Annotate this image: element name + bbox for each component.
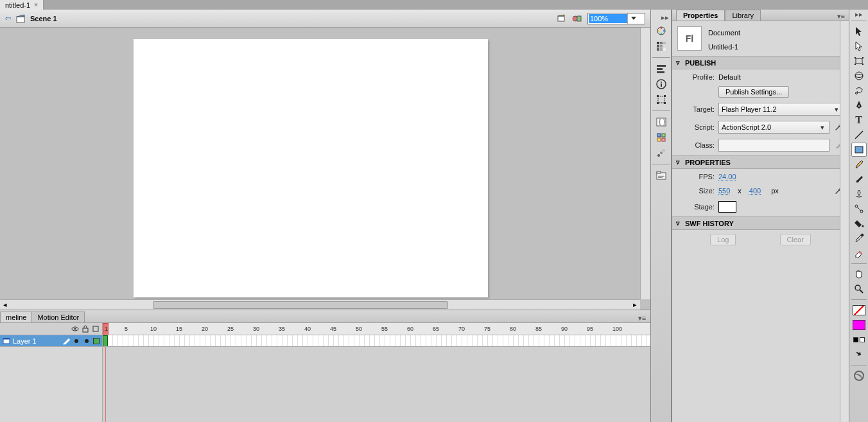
eyedropper-tool-icon[interactable]	[851, 231, 867, 245]
panel-menu-icon[interactable]: ▾≡	[638, 314, 650, 322]
layer-lock-dot[interactable]	[85, 339, 89, 343]
svg-rect-22	[660, 48, 663, 51]
rectangle-tool-icon[interactable]	[851, 143, 867, 157]
color-panel-icon[interactable]	[654, 24, 669, 38]
zoom-input-group[interactable]	[587, 13, 645, 24]
svg-rect-34	[664, 102, 666, 104]
snap-to-object-icon[interactable]	[851, 369, 867, 383]
ruler-tick: 35	[279, 326, 285, 332]
back-arrow-icon[interactable]: ⇦	[5, 14, 11, 22]
scroll-right-arrow-icon[interactable]: ▸	[630, 301, 640, 310]
horizontal-scroll-thumb[interactable]	[153, 301, 448, 309]
vertical-scrollbar[interactable]	[640, 28, 650, 299]
svg-rect-48	[658, 177, 663, 178]
document-type-icon: Fl	[677, 26, 702, 51]
edit-symbols-icon[interactable]	[572, 14, 582, 23]
selection-tool-icon[interactable]	[851, 24, 867, 39]
script-dropdown[interactable]: ActionScript 2.0 ▾	[718, 121, 829, 134]
paint-bucket-tool-icon[interactable]	[851, 216, 867, 231]
line-tool-icon[interactable]	[851, 128, 867, 142]
stroke-color-swatch[interactable]	[851, 303, 867, 317]
section-publish-header[interactable]: ▿ PUBLISH	[672, 56, 849, 69]
3d-rotation-tool-icon[interactable]	[851, 69, 867, 83]
layer-visibility-dot[interactable]	[74, 339, 78, 343]
frames-track[interactable]	[103, 335, 650, 347]
outline-header-icon[interactable]	[92, 325, 100, 333]
fps-value[interactable]: 24.00	[718, 173, 736, 180]
layer-row[interactable]: Layer 1	[0, 335, 102, 347]
pen-tool-icon[interactable]	[851, 98, 867, 112]
svg-rect-29	[661, 84, 662, 87]
swatches-panel-icon[interactable]	[654, 39, 669, 53]
info-panel-icon[interactable]	[654, 77, 669, 91]
svg-point-54	[855, 72, 863, 80]
ruler-tick: 60	[407, 326, 413, 332]
scene-clapper-icon	[16, 14, 25, 23]
class-input[interactable]	[718, 139, 829, 152]
svg-rect-3	[577, 16, 581, 21]
lock-header-icon[interactable]	[82, 325, 89, 333]
layer-outline-swatch[interactable]	[93, 338, 100, 344]
svg-point-11	[660, 28, 662, 30]
zoom-input[interactable]	[589, 14, 627, 23]
visibility-header-icon[interactable]	[71, 325, 79, 333]
document-kind-label: Document	[708, 29, 740, 37]
ruler-tick: 15	[176, 326, 182, 332]
tab-motion-editor[interactable]: Motion Editor	[31, 312, 85, 322]
tab-library[interactable]: Library	[725, 10, 761, 21]
tools-expand-icon[interactable]: ▸▸	[850, 11, 868, 17]
zoom-dropdown-arrow[interactable]	[627, 13, 639, 24]
tab-timeline[interactable]: meline	[0, 312, 32, 322]
swap-colors-icon[interactable]	[851, 347, 867, 362]
clear-button: Clear	[780, 234, 811, 245]
stage-height-value[interactable]: 400	[749, 187, 761, 195]
edit-scene-icon[interactable]	[557, 14, 567, 23]
align-panel-icon[interactable]	[654, 62, 669, 76]
brush-tool-icon[interactable]	[851, 172, 867, 186]
code-snippets-icon[interactable]: { }	[654, 115, 669, 129]
svg-point-56	[855, 92, 857, 94]
hand-tool-icon[interactable]	[851, 267, 867, 281]
deco-tool-icon[interactable]	[851, 187, 867, 201]
bone-tool-icon[interactable]	[851, 202, 867, 216]
zoom-tool-icon[interactable]	[851, 282, 867, 296]
script-label: Script:	[677, 123, 715, 131]
svg-point-61	[860, 196, 862, 197]
motion-presets-icon[interactable]	[654, 146, 669, 160]
text-tool-icon[interactable]: T	[851, 113, 867, 127]
frame-ruler[interactable]: 1 5 10 15 20 25 30 35 40 45 50 55 60 65	[103, 323, 650, 335]
svg-rect-52	[855, 64, 856, 65]
panel-menu-icon[interactable]: ▾≡	[837, 12, 849, 21]
svg-line-68	[860, 290, 863, 293]
file-tab[interactable]: ntitled-1 ×	[0, 0, 44, 10]
pencil-tool-icon[interactable]	[851, 157, 867, 171]
horizontal-scrollbar[interactable]: ◂ ▸	[0, 299, 640, 310]
section-properties-header[interactable]: ▿ PROPERTIES	[672, 155, 849, 169]
target-dropdown[interactable]: Flash Player 11.2 ▾	[718, 103, 844, 116]
twisty-down-icon: ▿	[676, 219, 682, 227]
ruler-tick: 25	[227, 326, 234, 332]
section-swf-history-header[interactable]: ▿ SWF HISTORY	[672, 216, 849, 230]
svg-rect-31	[657, 95, 659, 97]
subselection-tool-icon[interactable]	[851, 39, 867, 53]
close-icon[interactable]: ×	[34, 1, 38, 8]
scroll-left-arrow-icon[interactable]: ◂	[0, 301, 10, 310]
svg-rect-21	[657, 48, 659, 51]
keyframe[interactable]	[103, 335, 108, 347]
components-panel-icon[interactable]	[654, 130, 669, 145]
eraser-tool-icon[interactable]	[851, 246, 867, 260]
lasso-tool-icon[interactable]	[851, 84, 867, 98]
project-panel-icon[interactable]	[654, 168, 669, 182]
transform-panel-icon[interactable]	[654, 92, 669, 107]
stage-canvas[interactable]	[134, 39, 488, 297]
stage-color-swatch[interactable]	[718, 201, 736, 213]
fill-color-swatch[interactable]	[851, 318, 867, 332]
layer-type-icon	[3, 337, 10, 345]
dock-expand-icon[interactable]: ▸▸	[651, 13, 671, 22]
free-transform-tool-icon[interactable]	[851, 54, 867, 68]
publish-settings-button[interactable]: Publish Settings...	[718, 86, 789, 98]
panel-vertical-scrollbar[interactable]	[840, 21, 849, 422]
default-colors-icon[interactable]	[851, 333, 867, 347]
stage-width-value[interactable]: 550	[718, 187, 730, 195]
tab-properties[interactable]: Properties	[676, 10, 725, 21]
